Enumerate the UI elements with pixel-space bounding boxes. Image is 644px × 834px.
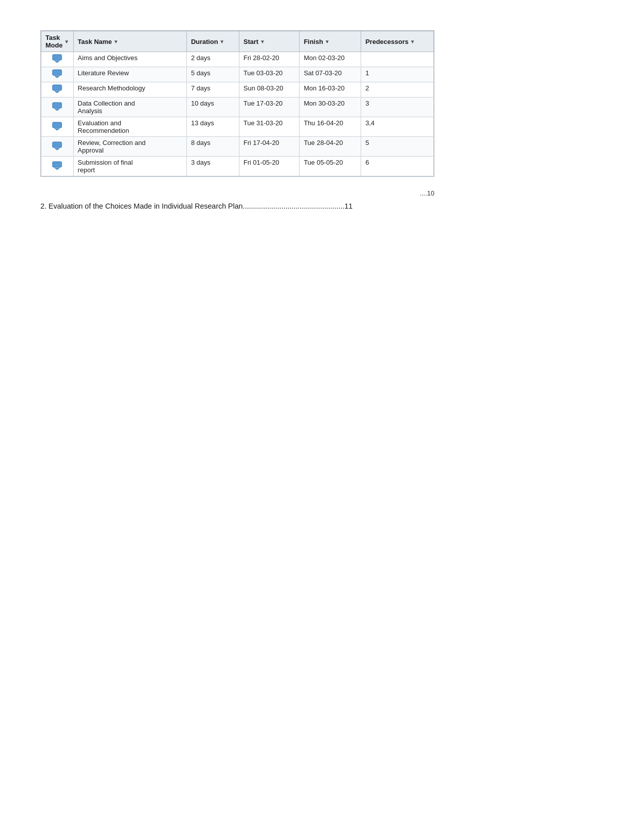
task-name-cell: Research Methodology — [73, 82, 186, 97]
table-header-row: TaskMode ▼ Task Name ▼ Duration ▼ — [41, 31, 434, 52]
task-mode-icon — [52, 84, 62, 94]
task-start-cell: Fri 17-04-20 — [239, 137, 300, 157]
task-duration-cell: 8 days — [187, 137, 239, 157]
task-finish-cell: Mon 30-03-20 — [300, 97, 361, 117]
task-mode-icon — [52, 141, 62, 152]
task-mode-cell — [41, 157, 74, 176]
gantt-table-wrapper: TaskMode ▼ Task Name ▼ Duration ▼ — [40, 30, 434, 177]
col-finish[interactable]: Finish ▼ — [300, 31, 361, 52]
task-mode-cell — [41, 117, 74, 137]
task-finish-cell: Sat 07-03-20 — [300, 67, 361, 82]
svg-rect-3 — [53, 103, 62, 108]
task-duration-cell: 3 days — [187, 157, 239, 176]
task-predecessors-cell: 2 — [361, 82, 434, 97]
page-note: ....10 — [40, 189, 434, 197]
col-start-label: Start — [243, 38, 259, 45]
table-row: Submission of finalreport3 daysFri 01-05… — [41, 157, 434, 176]
task-mode-icon — [52, 122, 62, 132]
task-start-cell: Sun 08-03-20 — [239, 82, 300, 97]
col-task-mode-label: TaskMode — [45, 34, 63, 49]
task-start-cell: Tue 03-03-20 — [239, 67, 300, 82]
table-row: Research Methodology7 daysSun 08-03-20Mo… — [41, 82, 434, 97]
table-row: Review, Correction andApproval8 daysFri … — [41, 137, 434, 157]
task-name-cell: Review, Correction andApproval — [73, 137, 186, 157]
col-finish-arrow[interactable]: ▼ — [325, 39, 330, 44]
task-predecessors-cell: 6 — [361, 157, 434, 176]
table-row: Data Collection andAnalysis10 daysTue 17… — [41, 97, 434, 117]
toc-line-2: 2. Evaluation of the Choices Made in Ind… — [40, 202, 604, 210]
col-task-mode[interactable]: TaskMode ▼ — [41, 31, 74, 52]
task-name-cell: Literature Review — [73, 67, 186, 82]
task-mode-icon — [52, 102, 62, 112]
col-predecessors-arrow[interactable]: ▼ — [410, 39, 415, 44]
task-duration-cell: 13 days — [187, 117, 239, 137]
col-duration-arrow[interactable]: ▼ — [220, 39, 225, 44]
task-duration-cell: 5 days — [187, 67, 239, 82]
task-predecessors-cell: 1 — [361, 67, 434, 82]
col-predecessors[interactable]: Predecessors ▼ — [361, 31, 434, 52]
task-predecessors-cell: 3,4 — [361, 117, 434, 137]
col-predecessors-label: Predecessors — [365, 38, 408, 45]
task-start-cell: Fri 01-05-20 — [239, 157, 300, 176]
col-task-name-label: Task Name — [78, 38, 112, 45]
task-mode-cell — [41, 82, 74, 97]
task-start-cell: Tue 17-03-20 — [239, 97, 300, 117]
svg-rect-5 — [53, 142, 62, 148]
task-name-cell: Aims and Objectives — [73, 52, 186, 67]
svg-rect-1 — [53, 70, 62, 75]
task-finish-cell: Tue 05-05-20 — [300, 157, 361, 176]
task-name-cell: Data Collection andAnalysis — [73, 97, 186, 117]
task-mode-cell — [41, 137, 74, 157]
task-finish-cell: Tue 28-04-20 — [300, 137, 361, 157]
col-start[interactable]: Start ▼ — [239, 31, 300, 52]
svg-rect-4 — [53, 122, 62, 128]
task-mode-icon — [52, 54, 62, 64]
task-finish-cell: Thu 16-04-20 — [300, 117, 361, 137]
task-mode-cell — [41, 67, 74, 82]
task-start-cell: Tue 31-03-20 — [239, 117, 300, 137]
task-start-cell: Fri 28-02-20 — [239, 52, 300, 67]
task-predecessors-cell: 5 — [361, 137, 434, 157]
col-task-name-arrow[interactable]: ▼ — [114, 39, 119, 44]
table-row: Aims and Objectives2 daysFri 28-02-20Mon… — [41, 52, 434, 67]
task-duration-cell: 2 days — [187, 52, 239, 67]
task-duration-cell: 10 days — [187, 97, 239, 117]
col-duration[interactable]: Duration ▼ — [187, 31, 239, 52]
task-finish-cell: Mon 16-03-20 — [300, 82, 361, 97]
task-finish-cell: Mon 02-03-20 — [300, 52, 361, 67]
svg-rect-2 — [53, 85, 62, 90]
task-predecessors-cell — [361, 52, 434, 67]
col-task-mode-arrow[interactable]: ▼ — [64, 39, 69, 44]
task-mode-cell — [41, 52, 74, 67]
task-predecessors-cell: 3 — [361, 97, 434, 117]
table-row: Literature Review5 daysTue 03-03-20Sat 0… — [41, 67, 434, 82]
col-finish-label: Finish — [304, 38, 323, 45]
task-name-cell: Submission of finalreport — [73, 157, 186, 176]
col-start-arrow[interactable]: ▼ — [260, 39, 265, 44]
task-mode-icon — [52, 69, 62, 79]
task-name-cell: Evaluation andRecommendetion — [73, 117, 186, 137]
task-mode-icon — [52, 161, 62, 171]
task-duration-cell: 7 days — [187, 82, 239, 97]
svg-rect-6 — [53, 162, 62, 167]
gantt-table: TaskMode ▼ Task Name ▼ Duration ▼ — [41, 31, 434, 176]
task-mode-cell — [41, 97, 74, 117]
col-task-name[interactable]: Task Name ▼ — [73, 31, 186, 52]
svg-rect-0 — [53, 55, 62, 60]
col-duration-label: Duration — [191, 38, 218, 45]
table-row: Evaluation andRecommendetion13 daysTue 3… — [41, 117, 434, 137]
